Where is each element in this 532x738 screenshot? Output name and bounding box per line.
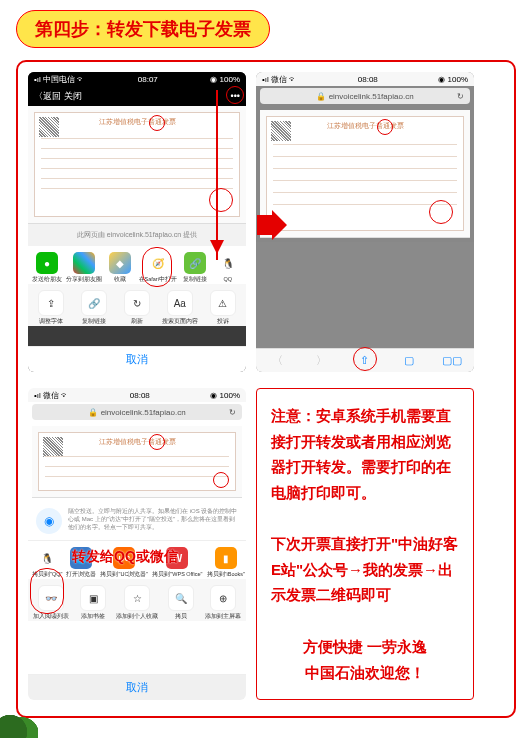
cancel-button[interactable]: 取消 [28,346,246,372]
highlight-qq [30,568,64,614]
qq-icon[interactable]: 🐧 [36,547,58,569]
url-bar[interactable]: 🔒 einvoicelink.51fapiao.cn ↻ [32,404,242,420]
airdrop-text: 隔空投送。立即与附近的人共享。如果他们在 iOS 设备的控制中心或 Mac 上的… [68,508,238,531]
instruction-panel: •ıl 中国电信 ᯤ 08:07 ◉ 100% 〈返回 关闭 ••• 江苏增值税… [16,60,516,718]
status-bar: •ıl 中国电信 ᯤ 08:07 ◉ 100% [28,72,246,86]
battery: ◉ 100% [210,391,240,400]
phone-safari-toolbar: •ıl 微信 ᯤ 08:08 ◉ 100% 🔒 einvoicelink.51f… [256,72,474,372]
reload-icon[interactable]: ↻ [457,92,464,101]
arrow-right-icon [257,210,287,240]
invoice-preview: 江苏增值税电子普通发票 [28,106,246,224]
battery: ◉ 100% [438,75,468,84]
carrier: •ıl 微信 ᯤ [34,390,69,401]
clock: 08:08 [358,75,378,84]
report-icon[interactable]: ⚠ [210,290,236,316]
clock: 08:07 [138,75,158,84]
grass-decoration [0,700,38,738]
homescreen-icon[interactable]: ⊕ [210,585,236,611]
phone-wechat-share: •ıl 中国电信 ᯤ 08:07 ◉ 100% 〈返回 关闭 ••• 江苏增值税… [28,72,246,372]
share-actions-row: ⇪调整字体 🔗复制链接 ↻刷新 Aa搜索页面内容 ⚠投诉 [28,284,246,326]
highlight-safari [142,247,172,287]
arrow-down-icon [216,90,218,260]
airdrop-icon: ◉ [36,508,62,534]
phone-safari-share: •ıl 微信 ᯤ 08:08 ◉ 100% 🔒 einvoicelink.51f… [28,388,246,700]
refresh-icon[interactable]: ↻ [124,290,150,316]
url-bar[interactable]: 🔒 einvoicelink.51fapiao.cn ↻ [260,88,470,104]
step-title: 第四步：转发下载电子发票 [16,10,270,48]
forward-icon[interactable]: 〉 [315,355,327,367]
copy-icon[interactable]: 🔍 [168,585,194,611]
note-p3a: 方便快捷 一劳永逸 [271,634,459,660]
highlight-share-button [353,347,377,371]
bookmark-icon[interactable]: ▣ [80,585,106,611]
back-icon[interactable]: 〈 [272,355,284,367]
svg-marker-0 [257,210,287,240]
battery: ◉ 100% [210,75,240,84]
status-bar: •ıl 微信 ᯤ 08:08 ◉ 100% [256,72,474,86]
note-p1: 注意：安卓系统手机需要直接打开转发或者用相应浏览器打开转发。需要打印的在电脑打印… [271,403,459,505]
cancel-button[interactable]: 取消 [28,674,246,700]
invoice-preview: 江苏增值税电子普通发票 [260,110,470,238]
ibooks-icon[interactable]: ▮ [215,547,237,569]
search-icon[interactable]: Aa [167,290,193,316]
note-p2: 下次开票直接打开"中油好客E站"公众号→我的发票→出示发票二维码即可 [271,531,459,608]
reload-icon[interactable]: ↻ [229,408,236,417]
font-icon[interactable]: ⇪ [38,290,64,316]
bookmarks-icon[interactable]: ▢ [403,355,415,367]
link-icon[interactable]: 🔗 [81,290,107,316]
carrier: •ıl 微信 ᯤ [262,74,297,85]
status-bar: •ıl 微信 ᯤ 08:08 ◉ 100% [28,388,246,402]
clock: 08:08 [130,391,150,400]
carrier: •ıl 中国电信 ᯤ [34,74,85,85]
highlight-more-button [226,86,244,104]
airdrop-row: ◉ 隔空投送。立即与附近的人共享。如果他们在 iOS 设备的控制中心或 Mac … [28,502,246,540]
back-button[interactable]: 〈返回 关闭 [34,90,82,103]
note-box: 注意：安卓系统手机需要直接打开转发或者用相应浏览器打开转发。需要打印的在电脑打印… [256,388,474,700]
tabs-icon[interactable]: ▢▢ [446,355,458,367]
invoice-preview: 江苏增值税电子普通发票 [32,426,242,498]
overlay-instruction: 转发给QQ或微信 [72,548,178,566]
favorite-icon[interactable]: ☆ [124,585,150,611]
nav-bar: 〈返回 关闭 ••• [28,86,246,106]
note-p3b: 中国石油欢迎您！ [271,660,459,686]
